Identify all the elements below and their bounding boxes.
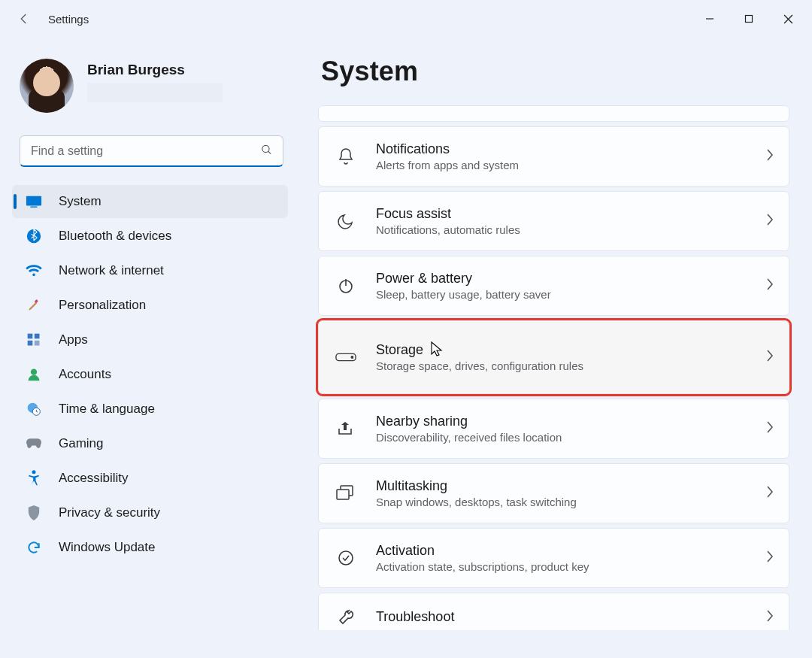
sidebar-nav: System Bluetooth & devices Network & int… [12,185,297,564]
card-title: Storage [376,342,747,358]
chevron-right-icon [766,550,774,566]
svg-rect-9 [35,299,38,303]
back-button[interactable] [12,7,36,31]
sidebar-item-label: Privacy & security [59,505,160,520]
bell-icon [335,146,356,167]
sidebar-item-label: Time & language [59,402,155,417]
card-subtitle: Sleep, battery usage, battery saver [376,288,747,301]
sidebar-item-label: Accessibility [59,471,129,486]
card-activation[interactable]: Activation Activation state, subscriptio… [318,528,789,588]
sidebar-item-label: Personalization [59,298,146,313]
avatar [20,59,74,113]
profile-name: Brian Burgess [87,59,223,78]
chevron-right-icon [766,149,774,164]
sidebar-item-personalization[interactable]: Personalization [12,289,288,322]
chevron-right-icon [766,486,774,501]
settings-card-list: Notifications Alerts from apps and syste… [318,105,789,630]
svg-point-17 [32,470,36,474]
svg-rect-11 [35,334,40,339]
svg-rect-6 [26,196,41,206]
sidebar-item-label: Windows Update [59,540,156,555]
card-title: Focus assist [376,206,747,222]
update-icon [26,539,42,556]
card-title: Power & battery [376,271,747,287]
display-icon [26,193,42,210]
card-subtitle: Activation state, subscriptions, product… [376,560,747,573]
sidebar-item-time[interactable]: Time & language [12,393,288,426]
card-nearby-sharing[interactable]: Nearby sharing Discoverability, received… [318,399,789,459]
sidebar-item-accounts[interactable]: Accounts [12,358,288,391]
card-title: Multitasking [376,478,747,494]
card-subtitle: Storage space, drives, configuration rul… [376,359,747,372]
search-icon [260,144,273,159]
sidebar-item-network[interactable]: Network & internet [12,254,288,287]
sidebar-item-bluetooth[interactable]: Bluetooth & devices [12,220,288,253]
sidebar-item-apps[interactable]: Apps [12,323,288,356]
bluetooth-icon [26,228,42,244]
card-notifications[interactable]: Notifications Alerts from apps and syste… [318,126,789,186]
minimize-button[interactable] [690,4,729,34]
sidebar-item-label: Accounts [59,367,111,382]
card-peek-top[interactable] [318,105,789,122]
chevron-right-icon [766,214,774,229]
svg-point-4 [262,145,269,152]
apps-icon [26,332,42,348]
sidebar-item-update[interactable]: Windows Update [12,531,288,564]
svg-rect-13 [35,341,40,346]
card-multitasking[interactable]: Multitasking Snap windows, desktops, tas… [318,463,789,523]
chevron-right-icon [766,421,774,436]
svg-rect-12 [28,341,33,346]
svg-point-21 [351,356,353,358]
card-subtitle: Alerts from apps and system [376,159,747,171]
search-box[interactable] [20,135,283,167]
card-troubleshoot[interactable]: Troubleshoot [318,593,789,630]
svg-rect-7 [30,206,37,207]
share-icon [335,418,356,439]
svg-point-24 [339,551,353,565]
sidebar-item-label: System [59,194,102,209]
card-subtitle: Notifications, automatic rules [376,223,747,236]
power-icon [335,275,356,296]
maximize-button[interactable] [729,4,768,34]
sidebar-item-system[interactable]: System [12,185,288,218]
sidebar-item-label: Apps [59,332,88,347]
main-panel: System Notifications Alerts from apps an… [297,38,812,658]
card-storage[interactable]: Storage Storage space, drives, configura… [318,320,789,394]
close-button[interactable] [768,4,807,34]
clock-globe-icon [26,401,42,417]
chevron-right-icon [766,350,774,365]
sidebar-item-privacy[interactable]: Privacy & security [12,496,288,529]
profile-block[interactable]: Brian Burgess [12,38,297,128]
card-title: Nearby sharing [376,414,747,429]
titlebar: Settings [0,0,812,38]
sidebar-item-gaming[interactable]: Gaming [12,427,288,460]
drive-icon [335,347,356,368]
moon-icon [335,211,356,232]
wrench-icon [335,607,356,628]
checkmark-circle-icon [335,547,356,569]
window-title: Settings [48,13,89,26]
card-focus-assist[interactable]: Focus assist Notifications, automatic ru… [318,191,789,251]
accessibility-icon [26,470,42,487]
svg-point-14 [31,369,37,375]
chevron-right-icon [766,610,774,625]
windows-icon [335,483,356,504]
window-controls [690,4,807,34]
search-input[interactable] [20,135,283,167]
person-icon [26,366,42,383]
card-title: Troubleshoot [376,609,747,625]
paintbrush-icon [26,297,42,314]
svg-line-5 [268,151,271,153]
page-title: System [321,56,789,87]
gamepad-icon [26,435,42,452]
card-subtitle: Snap windows, desktops, task switching [376,496,747,508]
wifi-icon [26,262,42,279]
chevron-right-icon [766,278,774,293]
svg-rect-23 [337,490,349,499]
card-title: Activation [376,543,747,559]
sidebar-item-accessibility[interactable]: Accessibility [12,462,288,495]
card-subtitle: Discoverability, received files location [376,431,747,444]
sidebar-item-label: Bluetooth & devices [59,229,171,244]
svg-rect-1 [746,16,753,23]
card-power-battery[interactable]: Power & battery Sleep, battery usage, ba… [318,256,789,316]
